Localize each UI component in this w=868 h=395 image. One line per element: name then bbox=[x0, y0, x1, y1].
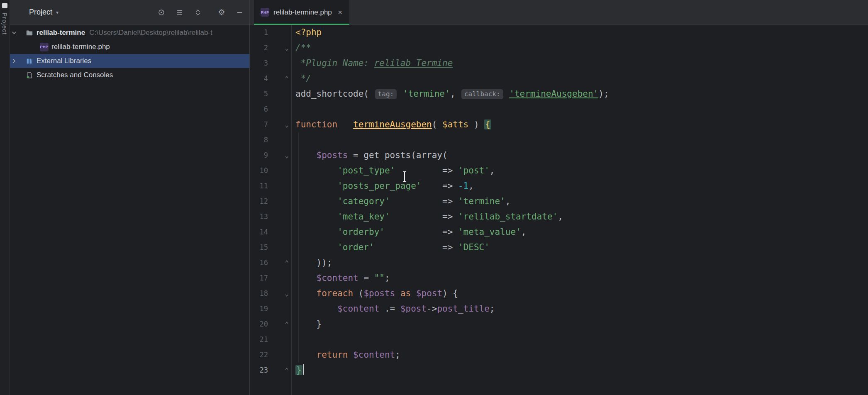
code-text bbox=[291, 132, 868, 148]
code-token: => bbox=[385, 227, 458, 237]
folder-icon bbox=[25, 29, 34, 37]
hide-panel-icon[interactable] bbox=[235, 8, 244, 17]
code-line[interactable]: 1<?php bbox=[250, 25, 868, 40]
line-number[interactable]: 5 bbox=[250, 86, 268, 102]
line-number[interactable]: 23 bbox=[250, 363, 268, 378]
structure-view-icon[interactable] bbox=[175, 8, 184, 17]
code-line[interactable]: 12 'category' => 'termine', bbox=[250, 194, 868, 209]
ide-window: Project Project ▾ ⚙ bbox=[0, 0, 868, 395]
fold-start-icon[interactable]: ⌄ bbox=[268, 286, 291, 301]
code-line[interactable]: 2⌄/** bbox=[250, 40, 868, 56]
tool-strip-project-button[interactable]: Project bbox=[1, 12, 8, 35]
line-number[interactable]: 18 bbox=[250, 286, 268, 301]
chevron-collapsed-icon[interactable] bbox=[10, 57, 18, 65]
tree-item-scratches-and-consoles[interactable]: Scratches and Consoles bbox=[10, 68, 249, 82]
tree-item-label: relilab-termine.php bbox=[51, 43, 110, 51]
code-token: { bbox=[484, 119, 491, 129]
line-number[interactable]: 20 bbox=[250, 317, 268, 332]
line-number[interactable]: 8 bbox=[250, 132, 268, 148]
locate-icon[interactable] bbox=[157, 8, 166, 17]
fold-gutter bbox=[268, 86, 291, 102]
chevron-expanded-icon[interactable] bbox=[10, 29, 18, 37]
code-text: } bbox=[291, 317, 868, 332]
code-line[interactable]: 20⌃ } bbox=[250, 317, 868, 332]
gear-icon[interactable]: ⚙ bbox=[217, 8, 226, 17]
code-token: foreach bbox=[317, 288, 354, 298]
project-panel-header: Project ▾ ⚙ bbox=[10, 0, 249, 25]
code-line[interactable]: 13 'meta_key' => 'relilab_startdate', bbox=[250, 209, 868, 224]
code-line[interactable]: 19 $content .= $post->post_title; bbox=[250, 301, 868, 317]
line-number[interactable]: 15 bbox=[250, 240, 268, 255]
php-file-icon: PHP bbox=[40, 43, 49, 51]
code-token: 'termineAusgeben' bbox=[509, 89, 598, 99]
code-line[interactable]: 17 $content = ""; bbox=[250, 271, 868, 286]
code-line[interactable]: 16⌃ )); bbox=[250, 255, 868, 271]
line-number[interactable]: 21 bbox=[250, 332, 268, 347]
tree-item-external-libraries[interactable]: External Libraries bbox=[10, 54, 249, 68]
fold-end-icon[interactable]: ⌃ bbox=[268, 363, 291, 378]
fold-start-icon[interactable]: ⌄ bbox=[268, 117, 291, 132]
fold-end-icon[interactable]: ⌃ bbox=[268, 317, 291, 332]
code-token: add_shortcode( bbox=[295, 89, 374, 99]
code-line[interactable]: 9⌄ $posts = get_posts(array( bbox=[250, 148, 868, 163]
line-number[interactable]: 1 bbox=[250, 25, 268, 40]
tree-item-relilab-termine-php[interactable]: PHP relilab-termine.php bbox=[10, 40, 249, 54]
fold-gutter bbox=[268, 301, 291, 317]
code-text: */ bbox=[291, 71, 868, 86]
code-token bbox=[397, 89, 403, 99]
fold-start-icon[interactable]: ⌄ bbox=[268, 40, 291, 56]
code-token bbox=[295, 212, 337, 222]
line-number[interactable]: 3 bbox=[250, 56, 268, 71]
code-line[interactable]: 14 'orderby' => 'meta_value', bbox=[250, 224, 868, 240]
code-line[interactable]: 10 'post_type' => 'post', bbox=[250, 163, 868, 178]
line-number[interactable]: 6 bbox=[250, 102, 268, 117]
tree-item-relilab-termine[interactable]: relilab-termine C:\Users\Daniel\Desktop\… bbox=[10, 26, 249, 40]
code-line[interactable]: 21 bbox=[250, 332, 868, 347]
code-line[interactable]: 15 'order' => 'DESC' bbox=[250, 240, 868, 255]
line-number[interactable]: 14 bbox=[250, 224, 268, 240]
close-icon[interactable]: ✕ bbox=[338, 9, 343, 16]
line-number[interactable]: 17 bbox=[250, 271, 268, 286]
project-tree: relilab-termine C:\Users\Daniel\Desktop\… bbox=[10, 25, 249, 82]
code-token bbox=[295, 196, 337, 206]
fold-end-icon[interactable]: ⌃ bbox=[268, 255, 291, 271]
tab-relilab-termine-php[interactable]: PHP relilab-termine.php ✕ bbox=[254, 0, 349, 24]
code-line[interactable]: 22 return $content; bbox=[250, 347, 868, 363]
code-line[interactable]: 5add_shortcode( tag: 'termine', callback… bbox=[250, 86, 868, 102]
line-number[interactable]: 9 bbox=[250, 148, 268, 163]
fold-gutter bbox=[268, 56, 291, 71]
expand-collapse-icon[interactable] bbox=[193, 8, 202, 17]
code-text bbox=[291, 102, 868, 117]
line-number[interactable]: 11 bbox=[250, 178, 268, 194]
line-number[interactable]: 13 bbox=[250, 209, 268, 224]
code-token: 'posts_per_page' bbox=[337, 181, 421, 191]
fold-gutter bbox=[268, 347, 291, 363]
code-line[interactable]: 3 *Plugin Name: relilab Termine bbox=[250, 56, 868, 71]
line-number[interactable]: 4 bbox=[250, 71, 268, 86]
code-token: $posts bbox=[363, 288, 395, 298]
line-number[interactable]: 2 bbox=[250, 40, 268, 56]
code-line[interactable]: 23⌃} bbox=[250, 363, 868, 378]
window-icon[interactable] bbox=[2, 3, 7, 8]
code-token: = bbox=[358, 273, 374, 283]
code-token: *Plugin Name: bbox=[295, 58, 374, 68]
line-number[interactable]: 22 bbox=[250, 347, 268, 363]
line-number[interactable]: 7 bbox=[250, 117, 268, 132]
code-line[interactable]: 8 bbox=[250, 132, 868, 148]
code-token: ( bbox=[432, 119, 442, 129]
line-number[interactable]: 19 bbox=[250, 301, 268, 317]
code-line[interactable]: 4⌃ */ bbox=[250, 71, 868, 86]
code-token: } bbox=[295, 365, 302, 375]
code-line[interactable]: 7⌄function termineAusgeben( $atts ) { bbox=[250, 117, 868, 132]
line-number[interactable]: 12 bbox=[250, 194, 268, 209]
code-line[interactable]: 11 'posts_per_page' => -1, bbox=[250, 178, 868, 194]
code-token: , bbox=[521, 227, 527, 237]
code-line[interactable]: 18⌄ foreach ($posts as $post) { bbox=[250, 286, 868, 301]
fold-end-icon[interactable]: ⌃ bbox=[268, 71, 291, 86]
code-line[interactable]: 6 bbox=[250, 102, 868, 117]
code-editor[interactable]: 1<?php2⌄/**3 *Plugin Name: relilab Termi… bbox=[250, 25, 868, 395]
fold-start-icon[interactable]: ⌄ bbox=[268, 148, 291, 163]
line-number[interactable]: 10 bbox=[250, 163, 268, 178]
line-number[interactable]: 16 bbox=[250, 255, 268, 271]
project-dropdown[interactable]: Project ▾ bbox=[29, 8, 59, 17]
